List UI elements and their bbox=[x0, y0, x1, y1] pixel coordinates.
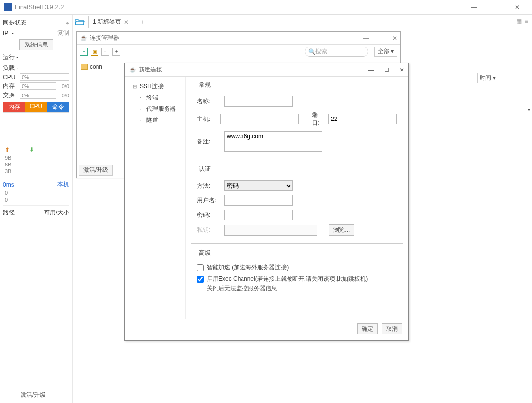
cm-folder-icon[interactable]: ▣ bbox=[91, 48, 98, 56]
user-input[interactable] bbox=[224, 195, 293, 206]
label-name: 名称: bbox=[197, 97, 219, 106]
mem-suffix: 0/0 bbox=[58, 83, 69, 89]
chk-accel[interactable] bbox=[197, 264, 204, 271]
tab-mem[interactable]: 内存 bbox=[3, 102, 25, 112]
new-connection-dialog: ☕ 新建连接 — ☐ ✕ ⊟SSH连接 ·终端 ·代理服务器 ·隧道 常规 名称… bbox=[124, 63, 409, 341]
tabbar: 1 新标签页✕ ＋ ▦ ≡ bbox=[73, 15, 532, 29]
cm-time-dropdown[interactable]: 时间 ▾ bbox=[477, 73, 498, 83]
sync-status-label: 同步状态 bbox=[3, 19, 26, 27]
tab-label: 1 新标签页 bbox=[93, 18, 121, 26]
grid-view-icon[interactable]: ▦ bbox=[516, 18, 522, 24]
label-user: 用户名: bbox=[197, 196, 219, 205]
cm-title: 连接管理器 bbox=[90, 34, 363, 42]
nc-tree-proxy[interactable]: ·代理服务器 bbox=[128, 103, 182, 115]
nc-tree-label: 终端 bbox=[146, 94, 158, 102]
port-input[interactable] bbox=[328, 114, 397, 124]
tab-cmd[interactable]: 命令 bbox=[47, 102, 69, 112]
ok-button[interactable]: 确定 bbox=[357, 323, 378, 334]
run-label: 运行 - bbox=[3, 53, 18, 62]
java-icon: ☕ bbox=[80, 34, 88, 42]
tab-add-button[interactable]: ＋ bbox=[136, 18, 149, 26]
copy-button[interactable]: 复制 bbox=[57, 29, 69, 37]
legend-general: 常规 bbox=[197, 81, 213, 89]
chk-exec-label: 启用Exec Channel(若连接上就被断开,请关闭该项,比如跳板机) bbox=[207, 275, 368, 283]
cm-collapse-icon[interactable]: − bbox=[101, 48, 109, 56]
chk-exec[interactable] bbox=[197, 276, 204, 283]
exec-note: 关闭后无法监控服务器信息 bbox=[197, 284, 397, 293]
cm-activate-button[interactable]: 激活/升级 bbox=[79, 165, 113, 176]
cm-minimize-button[interactable]: — bbox=[363, 35, 369, 42]
tab-close-icon[interactable]: ✕ bbox=[124, 19, 129, 25]
folder-icon bbox=[81, 64, 88, 70]
z1: 0 bbox=[3, 190, 69, 196]
label-method: 方法: bbox=[197, 182, 219, 190]
method-select[interactable]: 密码 bbox=[224, 180, 293, 191]
nc-tree: ⊟SSH连接 ·终端 ·代理服务器 ·隧道 bbox=[125, 77, 186, 319]
sidebar: 同步状态● IP -复制 系统信息 运行 - 负载 - CPU0% 内存0%0/… bbox=[0, 15, 73, 403]
ms-label: 0ms bbox=[3, 181, 14, 188]
nc-tree-tunnel[interactable]: ·隧道 bbox=[128, 115, 182, 126]
cm-maximize-button[interactable]: ☐ bbox=[378, 35, 384, 42]
y1: 9B bbox=[3, 154, 69, 161]
swap-suffix: 0/0 bbox=[58, 93, 69, 98]
cm-expand-icon[interactable]: ＋ bbox=[112, 48, 120, 56]
cancel-button[interactable]: 取消 bbox=[382, 323, 402, 334]
z2: 0 bbox=[3, 196, 69, 203]
legend-adv: 高级 bbox=[197, 249, 213, 257]
fieldset-general: 常规 名称: 主机: 端口: 备注:www.x6g.com bbox=[191, 81, 403, 160]
key-input bbox=[224, 225, 317, 236]
cm-search-placeholder: 搜索 bbox=[315, 47, 327, 56]
minimize-button[interactable]: — bbox=[463, 0, 485, 15]
name-input[interactable] bbox=[224, 96, 293, 107]
pass-input[interactable] bbox=[224, 210, 293, 220]
cm-search-input[interactable]: 🔍 搜索 bbox=[305, 47, 368, 57]
cm-tree-label: conn bbox=[90, 63, 102, 70]
nc-tree-ssh[interactable]: ⊟SSH连接 bbox=[128, 81, 182, 92]
tree-collapse-icon[interactable]: ⊟ bbox=[133, 84, 138, 89]
cpu-label: CPU bbox=[3, 74, 18, 81]
label-pass: 密码: bbox=[197, 211, 219, 219]
avail-label: 可用/大小 bbox=[41, 209, 69, 217]
browse-button[interactable]: 浏览... bbox=[329, 224, 354, 236]
nc-tree-terminal[interactable]: ·终端 bbox=[128, 92, 182, 103]
cm-new-icon[interactable]: ＋ bbox=[80, 48, 88, 56]
ip-label: IP - bbox=[3, 30, 14, 37]
swap-gauge: 0% bbox=[20, 92, 56, 99]
java-icon: ☕ bbox=[129, 66, 137, 74]
nc-tree-label: 代理服务器 bbox=[146, 105, 176, 113]
activate-button-bottom[interactable]: 激活/升级 bbox=[21, 391, 46, 399]
fieldset-auth: 认证 方法:密码 用户名: 密码: 私钥: 浏览... bbox=[191, 165, 403, 244]
sysinfo-button[interactable]: 系统信息 bbox=[19, 39, 53, 50]
chart-area bbox=[3, 112, 69, 145]
cm-all-dropdown[interactable]: 全部 ▾ bbox=[374, 47, 397, 57]
y2: 6B bbox=[3, 161, 69, 168]
legend-auth: 认证 bbox=[197, 165, 213, 173]
arrow-up-icon: ⬆ bbox=[5, 146, 10, 153]
maximize-button[interactable]: ☐ bbox=[485, 0, 507, 15]
list-view-icon[interactable]: ≡ bbox=[525, 18, 528, 24]
folder-open-icon[interactable] bbox=[73, 18, 87, 26]
path-label: 路径 bbox=[3, 209, 15, 217]
host-label: 本机 bbox=[57, 180, 69, 189]
app-title: FinalShell 3.9.2.2 bbox=[15, 3, 463, 11]
fieldset-advanced: 高级 智能加速 (加速海外服务器连接) 启用Exec Channel(若连接上就… bbox=[191, 249, 403, 299]
swap-label: 交换 bbox=[3, 91, 18, 99]
nc-title: 新建连接 bbox=[139, 66, 368, 74]
mem-label: 内存 bbox=[3, 82, 18, 90]
tab-cpu[interactable]: CPU bbox=[25, 102, 47, 112]
host-input[interactable] bbox=[220, 114, 299, 124]
tab-newpage[interactable]: 1 新标签页✕ bbox=[88, 16, 133, 28]
nc-close-button[interactable]: ✕ bbox=[399, 67, 404, 73]
nc-minimize-button[interactable]: — bbox=[368, 67, 374, 73]
mem-gauge: 0% bbox=[20, 82, 56, 90]
cm-close-button[interactable]: ✕ bbox=[392, 35, 397, 42]
close-button[interactable]: ✕ bbox=[507, 0, 528, 15]
label-host: 主机: bbox=[197, 115, 216, 123]
titlebar: FinalShell 3.9.2.2 — ☐ ✕ bbox=[0, 0, 532, 15]
label-port: 端口: bbox=[312, 111, 323, 127]
nc-tree-label: SSH连接 bbox=[140, 82, 164, 91]
nc-maximize-button[interactable]: ☐ bbox=[384, 67, 389, 73]
note-input[interactable]: www.x6g.com bbox=[224, 131, 322, 152]
cpu-gauge: 0% bbox=[20, 73, 69, 81]
arrow-down-icon: ⬇ bbox=[29, 146, 34, 153]
